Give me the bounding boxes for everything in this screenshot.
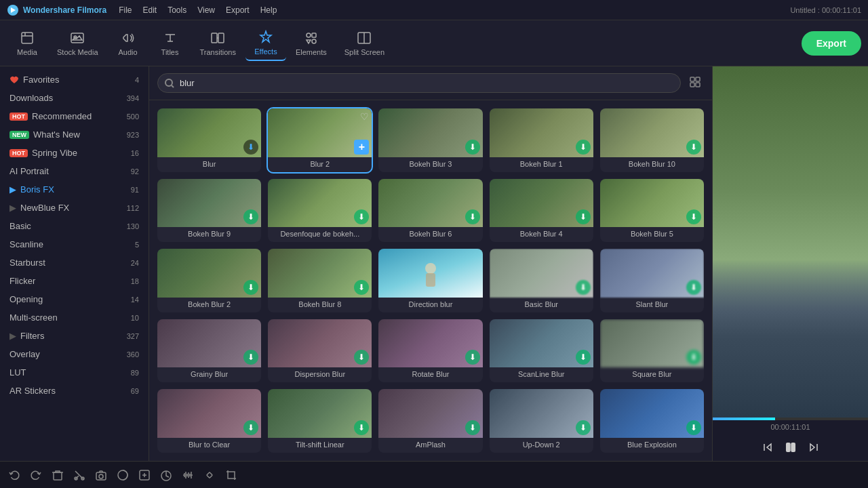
svg-rect-4 [212, 33, 217, 43]
delete-icon[interactable] [52, 469, 64, 481]
effect-card-bokeh4[interactable]: ⬇ Bokeh Blur 4 [490, 179, 593, 243]
effect-card-bokeh9[interactable]: ⬇ Bokeh Blur 9 [157, 179, 261, 243]
export-button[interactable]: Export [802, 31, 861, 56]
tool-titles-label: Titles [161, 48, 179, 56]
sidebar-basic-label: Basic [9, 221, 31, 231]
top-menu-bar: Wondershare Filmora File Edit Tools View… [0, 0, 868, 20]
sidebar-whats-new-count: 923 [127, 131, 139, 139]
audio-icon [121, 30, 136, 45]
tool-audio[interactable]: Audio [108, 26, 149, 60]
menu-edit[interactable]: Edit [142, 5, 157, 15]
grid-view-button[interactable] [686, 73, 704, 93]
sidebar-item-scanline[interactable]: Scanline 5 [0, 235, 149, 253]
effect-card-scanline-blur[interactable]: ⬇ ScanLine Blur [490, 319, 593, 383]
effect-card-direction[interactable]: Direction blur [378, 249, 482, 312]
keyframe-icon[interactable] [203, 469, 216, 481]
crop-icon[interactable] [225, 469, 237, 481]
snapshot-icon[interactable] [95, 469, 107, 481]
effect-label-dispersion: Dispersion Blur [292, 367, 348, 382]
sidebar-item-spring-vibe[interactable]: HOT Spring Vibe 16 [0, 144, 149, 162]
download-icon-bokeh10: ⬇ [686, 140, 701, 155]
tool-audio-label: Audio [118, 48, 137, 56]
tool-titles[interactable]: Titles [150, 26, 191, 60]
main-toolbar: Media Stock Media Audio Titles Transitio… [0, 20, 868, 66]
sidebar-item-boris[interactable]: ▶ Boris FX 91 [0, 180, 149, 199]
transitions-icon [210, 30, 225, 45]
sidebar-item-ai-portrait[interactable]: AI Portrait 92 [0, 162, 149, 180]
tool-transitions-label: Transitions [200, 48, 236, 56]
sidebar-item-lut[interactable]: LUT 89 [0, 363, 149, 382]
effect-card-dispersion[interactable]: ⬇ Dispersion Blur [268, 319, 372, 383]
play-icon[interactable] [783, 440, 798, 455]
audio-wave-icon[interactable] [182, 469, 194, 481]
download-icon-dispersion: ⬇ [354, 350, 369, 365]
menu-export[interactable]: Export [226, 5, 250, 15]
effect-card-bokeh1[interactable]: ⬇ Bokeh Blur 1 [490, 108, 593, 172]
sidebar-item-whats-new[interactable]: NEW What's New 923 [0, 125, 149, 144]
fav-icon-blur2[interactable]: ♡ [360, 111, 369, 122]
effect-card-amplash[interactable]: ⬇ AmPlash [378, 389, 482, 453]
tool-transitions[interactable]: Transitions [192, 26, 244, 60]
effect-card-blur[interactable]: ⬇ Blur [157, 108, 261, 172]
menu-help[interactable]: Help [260, 5, 277, 15]
sidebar-overlay-label: Overlay [9, 349, 40, 359]
effect-card-blur2[interactable]: ♡ + Blur 2 [268, 108, 372, 172]
sidebar-item-ar-stickers[interactable]: AR Stickers 69 [0, 382, 149, 400]
direction-blur-visual [414, 258, 448, 292]
next-frame-icon[interactable] [808, 441, 820, 453]
sidebar-item-filters[interactable]: ▶ Filters 327 [0, 327, 149, 345]
effect-card-tiltshift[interactable]: ⬇ Tilt-shift Linear [268, 389, 372, 453]
effect-card-bokeh8[interactable]: ⬇ Bokeh Blur 8 [268, 249, 372, 312]
sidebar-item-opening[interactable]: Opening 14 [0, 290, 149, 308]
effect-card-slant[interactable]: ⬇ Slant Blur [600, 249, 704, 312]
menu-file[interactable]: File [119, 5, 132, 15]
prev-frame-icon[interactable] [762, 441, 774, 453]
sidebar-item-newblue[interactable]: ▶ NewBlue FX 112 [0, 199, 149, 217]
effect-card-updown[interactable]: ⬇ Up-Down 2 [490, 389, 593, 453]
sidebar-item-downloads[interactable]: Downloads 394 [0, 89, 149, 107]
effect-label-blurtoclear: Blur to Clear [186, 438, 233, 453]
tool-effects[interactable]: Effects [245, 26, 286, 61]
tool-split-screen[interactable]: Split Screen [336, 26, 393, 60]
sidebar-spring-label: Spring Vibe [32, 148, 77, 158]
sidebar-item-flicker[interactable]: Flicker 18 [0, 272, 149, 290]
zoom-fit-icon[interactable] [138, 469, 151, 481]
cut-icon[interactable] [73, 469, 85, 481]
effect-label-bokeh1: Bokeh Blur 1 [517, 157, 566, 172]
effect-card-bokeh2[interactable]: ⬇ Bokeh Blur 2 [157, 249, 261, 312]
effect-label-basic: Basic Blur [521, 298, 561, 312]
sidebar-item-starburst[interactable]: Starburst 24 [0, 253, 149, 272]
menu-view[interactable]: View [197, 5, 215, 15]
effect-card-blurtoclear[interactable]: ⬇ Blur to Clear [157, 389, 261, 453]
redo-icon[interactable] [30, 469, 42, 481]
effect-card-rotate[interactable]: ⬇ Rotate Blur [378, 319, 482, 383]
effect-card-blueexp[interactable]: ⬇ Blue Explosion [600, 389, 704, 453]
effect-card-bokeh5[interactable]: ⬇ Bokeh Blur 5 [600, 179, 704, 243]
effect-card-basic-blur[interactable]: ⬇ Basic Blur [490, 249, 593, 312]
tool-elements[interactable]: Elements [288, 26, 335, 60]
effect-card-desenfoque[interactable]: ⬇ Desenfoque de bokeh... [268, 179, 372, 243]
effect-card-grainy[interactable]: ⬇ Grainy Blur [157, 319, 261, 383]
sidebar-item-basic[interactable]: Basic 130 [0, 217, 149, 235]
effect-card-bokeh3[interactable]: ⬇ Bokeh Blur 3 [378, 108, 482, 172]
sidebar-item-recommended[interactable]: HOT Recommended 500 [0, 107, 149, 125]
sidebar-item-overlay[interactable]: Overlay 360 [0, 345, 149, 363]
effect-card-bokeh10[interactable]: ⬇ Bokeh Blur 10 [600, 108, 704, 172]
tool-stock-media[interactable]: Stock Media [49, 26, 106, 60]
sidebar-item-multi-screen[interactable]: Multi-screen 10 [0, 308, 149, 327]
sidebar-basic-count: 130 [127, 222, 139, 230]
color-icon[interactable] [117, 469, 129, 481]
undo-icon[interactable] [8, 469, 20, 481]
search-input[interactable] [157, 73, 681, 93]
tool-media[interactable]: Media [7, 26, 47, 60]
heart-icon [9, 75, 19, 85]
effect-card-square[interactable]: ⬇ Square Blur [600, 319, 704, 383]
tool-effects-label: Effects [254, 47, 277, 56]
sidebar-item-favorites[interactable]: Favorites 4 [0, 70, 149, 89]
menu-tools[interactable]: Tools [167, 5, 186, 15]
speed-icon[interactable] [160, 469, 172, 481]
effect-card-bokeh6[interactable]: ⬇ Bokeh Blur 6 [378, 179, 482, 243]
add-icon-blur2[interactable]: + [354, 140, 369, 155]
download-icon-blueexp: ⬇ [686, 420, 701, 435]
tool-stock-label: Stock Media [57, 48, 98, 56]
